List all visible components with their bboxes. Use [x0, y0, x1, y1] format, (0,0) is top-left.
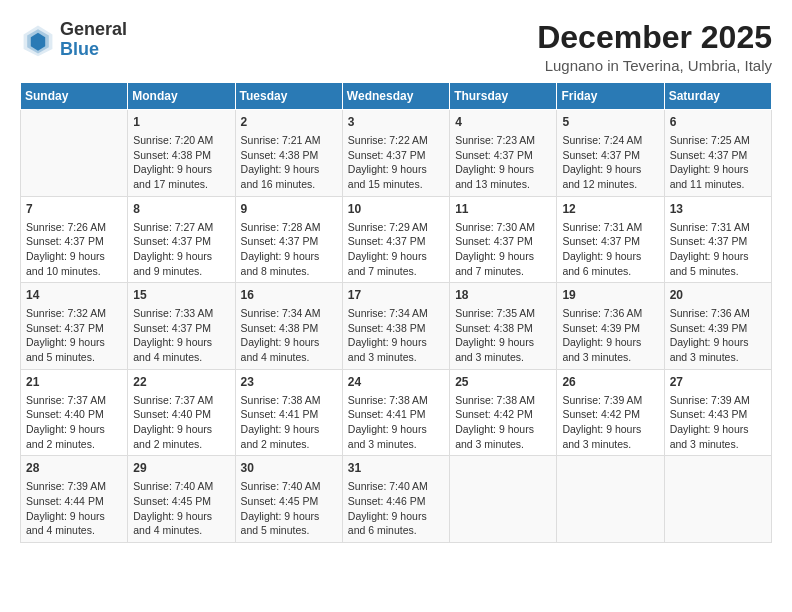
cell-content: Sunrise: 7:40 AM Sunset: 4:46 PM Dayligh… — [348, 479, 444, 538]
location-subtitle: Lugnano in Teverina, Umbria, Italy — [537, 57, 772, 74]
day-number: 26 — [562, 374, 658, 391]
day-number: 27 — [670, 374, 766, 391]
calendar-header-row: SundayMondayTuesdayWednesdayThursdayFrid… — [21, 83, 772, 110]
day-number: 25 — [455, 374, 551, 391]
calendar-week-row: 1Sunrise: 7:20 AM Sunset: 4:38 PM Daylig… — [21, 110, 772, 197]
calendar-cell: 31Sunrise: 7:40 AM Sunset: 4:46 PM Dayli… — [342, 456, 449, 543]
calendar-cell: 5Sunrise: 7:24 AM Sunset: 4:37 PM Daylig… — [557, 110, 664, 197]
calendar-cell: 4Sunrise: 7:23 AM Sunset: 4:37 PM Daylig… — [450, 110, 557, 197]
title-block: December 2025 Lugnano in Teverina, Umbri… — [537, 20, 772, 74]
cell-content: Sunrise: 7:34 AM Sunset: 4:38 PM Dayligh… — [241, 306, 337, 365]
cell-content: Sunrise: 7:34 AM Sunset: 4:38 PM Dayligh… — [348, 306, 444, 365]
cell-content: Sunrise: 7:32 AM Sunset: 4:37 PM Dayligh… — [26, 306, 122, 365]
cell-content: Sunrise: 7:36 AM Sunset: 4:39 PM Dayligh… — [670, 306, 766, 365]
cell-content: Sunrise: 7:33 AM Sunset: 4:37 PM Dayligh… — [133, 306, 229, 365]
day-number: 15 — [133, 287, 229, 304]
day-number: 23 — [241, 374, 337, 391]
cell-content: Sunrise: 7:37 AM Sunset: 4:40 PM Dayligh… — [26, 393, 122, 452]
cell-content: Sunrise: 7:20 AM Sunset: 4:38 PM Dayligh… — [133, 133, 229, 192]
cell-content: Sunrise: 7:31 AM Sunset: 4:37 PM Dayligh… — [562, 220, 658, 279]
logo-icon — [20, 22, 56, 58]
cell-content: Sunrise: 7:40 AM Sunset: 4:45 PM Dayligh… — [133, 479, 229, 538]
day-number: 16 — [241, 287, 337, 304]
calendar-day-header: Saturday — [664, 83, 771, 110]
calendar-day-header: Tuesday — [235, 83, 342, 110]
cell-content: Sunrise: 7:25 AM Sunset: 4:37 PM Dayligh… — [670, 133, 766, 192]
cell-content: Sunrise: 7:26 AM Sunset: 4:37 PM Dayligh… — [26, 220, 122, 279]
calendar-day-header: Sunday — [21, 83, 128, 110]
cell-content: Sunrise: 7:36 AM Sunset: 4:39 PM Dayligh… — [562, 306, 658, 365]
day-number: 14 — [26, 287, 122, 304]
calendar-week-row: 14Sunrise: 7:32 AM Sunset: 4:37 PM Dayli… — [21, 283, 772, 370]
day-number: 11 — [455, 201, 551, 218]
calendar-cell: 29Sunrise: 7:40 AM Sunset: 4:45 PM Dayli… — [128, 456, 235, 543]
day-number: 10 — [348, 201, 444, 218]
cell-content: Sunrise: 7:29 AM Sunset: 4:37 PM Dayligh… — [348, 220, 444, 279]
cell-content: Sunrise: 7:40 AM Sunset: 4:45 PM Dayligh… — [241, 479, 337, 538]
day-number: 30 — [241, 460, 337, 477]
cell-content: Sunrise: 7:22 AM Sunset: 4:37 PM Dayligh… — [348, 133, 444, 192]
calendar-cell: 28Sunrise: 7:39 AM Sunset: 4:44 PM Dayli… — [21, 456, 128, 543]
calendar-cell: 9Sunrise: 7:28 AM Sunset: 4:37 PM Daylig… — [235, 196, 342, 283]
day-number: 31 — [348, 460, 444, 477]
calendar-cell: 10Sunrise: 7:29 AM Sunset: 4:37 PM Dayli… — [342, 196, 449, 283]
calendar-day-header: Friday — [557, 83, 664, 110]
calendar-cell: 2Sunrise: 7:21 AM Sunset: 4:38 PM Daylig… — [235, 110, 342, 197]
calendar-cell: 6Sunrise: 7:25 AM Sunset: 4:37 PM Daylig… — [664, 110, 771, 197]
calendar-day-header: Thursday — [450, 83, 557, 110]
calendar-day-header: Wednesday — [342, 83, 449, 110]
calendar-week-row: 7Sunrise: 7:26 AM Sunset: 4:37 PM Daylig… — [21, 196, 772, 283]
day-number: 9 — [241, 201, 337, 218]
cell-content: Sunrise: 7:37 AM Sunset: 4:40 PM Dayligh… — [133, 393, 229, 452]
day-number: 17 — [348, 287, 444, 304]
calendar-cell: 22Sunrise: 7:37 AM Sunset: 4:40 PM Dayli… — [128, 369, 235, 456]
cell-content: Sunrise: 7:24 AM Sunset: 4:37 PM Dayligh… — [562, 133, 658, 192]
calendar-cell — [557, 456, 664, 543]
cell-content: Sunrise: 7:38 AM Sunset: 4:41 PM Dayligh… — [348, 393, 444, 452]
calendar-cell: 1Sunrise: 7:20 AM Sunset: 4:38 PM Daylig… — [128, 110, 235, 197]
calendar-cell: 15Sunrise: 7:33 AM Sunset: 4:37 PM Dayli… — [128, 283, 235, 370]
day-number: 2 — [241, 114, 337, 131]
day-number: 5 — [562, 114, 658, 131]
calendar-body: 1Sunrise: 7:20 AM Sunset: 4:38 PM Daylig… — [21, 110, 772, 543]
calendar-cell: 18Sunrise: 7:35 AM Sunset: 4:38 PM Dayli… — [450, 283, 557, 370]
calendar-cell: 23Sunrise: 7:38 AM Sunset: 4:41 PM Dayli… — [235, 369, 342, 456]
day-number: 7 — [26, 201, 122, 218]
cell-content: Sunrise: 7:35 AM Sunset: 4:38 PM Dayligh… — [455, 306, 551, 365]
calendar-cell: 3Sunrise: 7:22 AM Sunset: 4:37 PM Daylig… — [342, 110, 449, 197]
logo-text: General Blue — [60, 20, 127, 60]
calendar-cell: 25Sunrise: 7:38 AM Sunset: 4:42 PM Dayli… — [450, 369, 557, 456]
day-number: 3 — [348, 114, 444, 131]
cell-content: Sunrise: 7:39 AM Sunset: 4:43 PM Dayligh… — [670, 393, 766, 452]
day-number: 21 — [26, 374, 122, 391]
calendar-cell: 13Sunrise: 7:31 AM Sunset: 4:37 PM Dayli… — [664, 196, 771, 283]
calendar-cell — [664, 456, 771, 543]
calendar-cell: 8Sunrise: 7:27 AM Sunset: 4:37 PM Daylig… — [128, 196, 235, 283]
day-number: 28 — [26, 460, 122, 477]
cell-content: Sunrise: 7:38 AM Sunset: 4:41 PM Dayligh… — [241, 393, 337, 452]
cell-content: Sunrise: 7:27 AM Sunset: 4:37 PM Dayligh… — [133, 220, 229, 279]
calendar-cell: 16Sunrise: 7:34 AM Sunset: 4:38 PM Dayli… — [235, 283, 342, 370]
calendar-cell: 19Sunrise: 7:36 AM Sunset: 4:39 PM Dayli… — [557, 283, 664, 370]
day-number: 1 — [133, 114, 229, 131]
calendar-day-header: Monday — [128, 83, 235, 110]
day-number: 24 — [348, 374, 444, 391]
day-number: 18 — [455, 287, 551, 304]
calendar-cell: 12Sunrise: 7:31 AM Sunset: 4:37 PM Dayli… — [557, 196, 664, 283]
page-header: General Blue December 2025 Lugnano in Te… — [20, 20, 772, 74]
calendar-table: SundayMondayTuesdayWednesdayThursdayFrid… — [20, 82, 772, 543]
logo: General Blue — [20, 20, 127, 60]
calendar-cell: 11Sunrise: 7:30 AM Sunset: 4:37 PM Dayli… — [450, 196, 557, 283]
cell-content: Sunrise: 7:23 AM Sunset: 4:37 PM Dayligh… — [455, 133, 551, 192]
day-number: 12 — [562, 201, 658, 218]
calendar-cell — [21, 110, 128, 197]
day-number: 13 — [670, 201, 766, 218]
cell-content: Sunrise: 7:30 AM Sunset: 4:37 PM Dayligh… — [455, 220, 551, 279]
calendar-cell: 14Sunrise: 7:32 AM Sunset: 4:37 PM Dayli… — [21, 283, 128, 370]
calendar-cell: 20Sunrise: 7:36 AM Sunset: 4:39 PM Dayli… — [664, 283, 771, 370]
calendar-week-row: 28Sunrise: 7:39 AM Sunset: 4:44 PM Dayli… — [21, 456, 772, 543]
calendar-cell: 21Sunrise: 7:37 AM Sunset: 4:40 PM Dayli… — [21, 369, 128, 456]
day-number: 22 — [133, 374, 229, 391]
cell-content: Sunrise: 7:38 AM Sunset: 4:42 PM Dayligh… — [455, 393, 551, 452]
cell-content: Sunrise: 7:28 AM Sunset: 4:37 PM Dayligh… — [241, 220, 337, 279]
